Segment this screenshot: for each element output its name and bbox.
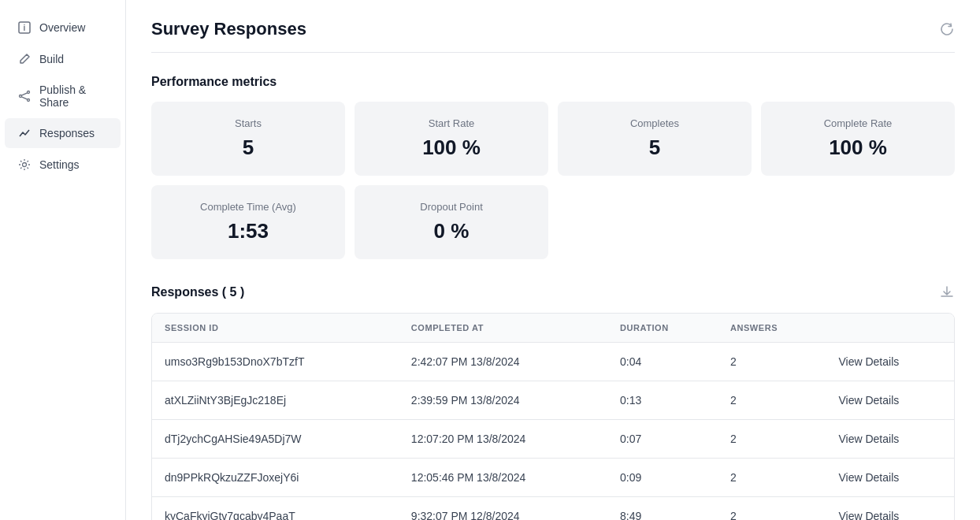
metrics-grid-row2: Complete Time (Avg) 1:53 Dropout Point 0… <box>151 185 955 259</box>
view-details-button[interactable]: View Details <box>838 510 899 520</box>
svg-point-3 <box>28 99 30 102</box>
metric-complete-rate: Complete Rate 100 % <box>761 102 955 176</box>
cell-completed-at: 2:39:59 PM 13/8/2024 <box>399 381 607 420</box>
download-icon[interactable] <box>939 284 955 300</box>
metric-completes-label: Completes <box>570 117 739 129</box>
cell-action[interactable]: View Details <box>826 497 954 521</box>
metric-start-rate-label: Start Rate <box>367 117 536 129</box>
cell-completed-at: 12:05:46 PM 13/8/2024 <box>399 459 607 497</box>
table-row: kyCaFkyjGtv7gcaby4PaaT 9:32:07 PM 12/8/2… <box>152 497 954 521</box>
responses-section-title: Responses ( 5 ) <box>151 285 244 299</box>
page-title: Survey Responses <box>151 19 306 39</box>
cell-session-id: kyCaFkyjGtv7gcaby4PaaT <box>152 497 399 521</box>
cell-completed-at: 9:32:07 PM 12/8/2024 <box>399 497 607 521</box>
view-details-button[interactable]: View Details <box>838 394 899 407</box>
chart-icon <box>17 126 32 140</box>
cell-action[interactable]: View Details <box>826 420 954 459</box>
table-header-row: SESSION ID COMPLETED AT DURATION ANSWERS <box>152 314 954 343</box>
col-duration: DURATION <box>607 314 718 343</box>
sidebar-item-publish-share[interactable]: Publish & Share <box>5 76 121 117</box>
main-content: Survey Responses Performance metrics Sta… <box>126 0 980 520</box>
svg-point-7 <box>23 163 27 167</box>
sidebar: i Overview Build Publish & Share <box>0 0 126 520</box>
metric-dropout-point: Dropout Point 0 % <box>355 185 548 259</box>
sidebar-item-overview-label: Overview <box>39 21 85 34</box>
table-row: dTj2ychCgAHSie49A5Dj7W 12:07:20 PM 13/8/… <box>152 420 954 459</box>
svg-point-4 <box>20 95 22 98</box>
metric-start-rate-value: 100 % <box>367 136 536 160</box>
cell-completed-at: 12:07:20 PM 13/8/2024 <box>399 420 607 459</box>
metric-completes: Completes 5 <box>558 102 752 176</box>
share-icon <box>17 89 32 103</box>
page-header: Survey Responses <box>151 19 955 53</box>
cell-answers: 2 <box>718 497 826 521</box>
table-row: umso3Rg9b153DnoX7bTzfT 2:42:07 PM 13/8/2… <box>152 343 954 381</box>
view-details-button[interactable]: View Details <box>838 355 899 368</box>
svg-line-5 <box>21 93 27 95</box>
metric-start-rate: Start Rate 100 % <box>355 102 548 176</box>
sidebar-item-build[interactable]: Build <box>5 44 121 74</box>
cell-duration: 0:09 <box>607 459 718 497</box>
sidebar-item-settings[interactable]: Settings <box>5 150 121 180</box>
cell-completed-at: 2:42:07 PM 13/8/2024 <box>399 343 607 381</box>
cell-action[interactable]: View Details <box>826 459 954 497</box>
col-completed-at: COMPLETED AT <box>399 314 607 343</box>
svg-text:i: i <box>24 24 26 32</box>
cell-session-id: dn9PPkRQkzuZZFJoxejY6i <box>152 459 399 497</box>
sidebar-item-settings-label: Settings <box>39 158 80 171</box>
cell-answers: 2 <box>718 381 826 420</box>
info-icon: i <box>17 20 32 35</box>
performance-metrics-section: Performance metrics Starts 5 Start Rate … <box>151 75 955 259</box>
metric-dropout-point-label: Dropout Point <box>367 201 536 213</box>
metric-starts-label: Starts <box>164 117 332 129</box>
responses-header: Responses ( 5 ) <box>151 284 955 300</box>
col-answers: ANSWERS <box>718 314 826 343</box>
refresh-icon[interactable] <box>939 21 955 37</box>
cell-session-id: umso3Rg9b153DnoX7bTzfT <box>152 343 399 381</box>
cell-session-id: atXLZiiNtY3BjEgJc218Ej <box>152 381 399 420</box>
metric-starts-value: 5 <box>164 136 332 160</box>
sidebar-item-publish-share-label: Publish & Share <box>39 84 108 109</box>
cell-duration: 0:07 <box>607 420 718 459</box>
svg-point-2 <box>28 91 30 94</box>
metric-complete-time: Complete Time (Avg) 1:53 <box>151 185 345 259</box>
table-row: atXLZiiNtY3BjEgJc218Ej 2:39:59 PM 13/8/2… <box>152 381 954 420</box>
metric-complete-rate-value: 100 % <box>774 136 942 160</box>
cell-answers: 2 <box>718 459 826 497</box>
responses-table-wrapper: SESSION ID COMPLETED AT DURATION ANSWERS… <box>151 313 955 520</box>
metric-complete-time-value: 1:53 <box>164 219 332 243</box>
cell-answers: 2 <box>718 343 826 381</box>
metric-complete-time-label: Complete Time (Avg) <box>164 201 332 213</box>
metrics-grid-row1: Starts 5 Start Rate 100 % Completes 5 Co… <box>151 102 955 176</box>
cell-action[interactable]: View Details <box>826 343 954 381</box>
cell-duration: 0:04 <box>607 343 718 381</box>
sidebar-item-build-label: Build <box>39 53 64 65</box>
metric-complete-rate-label: Complete Rate <box>774 117 942 129</box>
cell-session-id: dTj2ychCgAHSie49A5Dj7W <box>152 420 399 459</box>
responses-section: Responses ( 5 ) SESSION ID COMPLETED AT … <box>151 284 955 520</box>
sidebar-item-responses[interactable]: Responses <box>5 118 121 148</box>
metric-dropout-point-value: 0 % <box>367 219 536 243</box>
metric-completes-value: 5 <box>570 136 739 160</box>
view-details-button[interactable]: View Details <box>838 433 899 445</box>
cell-action[interactable]: View Details <box>826 381 954 420</box>
view-details-button[interactable]: View Details <box>838 471 899 484</box>
metric-starts: Starts 5 <box>151 102 345 176</box>
sidebar-item-overview[interactable]: i Overview <box>5 13 121 43</box>
sidebar-item-responses-label: Responses <box>39 127 95 139</box>
settings-icon <box>17 158 32 172</box>
edit-icon <box>17 52 32 66</box>
cell-duration: 0:13 <box>607 381 718 420</box>
col-action <box>826 314 954 343</box>
responses-table: SESSION ID COMPLETED AT DURATION ANSWERS… <box>152 314 954 520</box>
svg-line-6 <box>21 97 27 99</box>
cell-answers: 2 <box>718 420 826 459</box>
table-row: dn9PPkRQkzuZZFJoxejY6i 12:05:46 PM 13/8/… <box>152 459 954 497</box>
col-session-id: SESSION ID <box>152 314 399 343</box>
cell-duration: 8:49 <box>607 497 718 521</box>
performance-metrics-title: Performance metrics <box>151 75 955 89</box>
